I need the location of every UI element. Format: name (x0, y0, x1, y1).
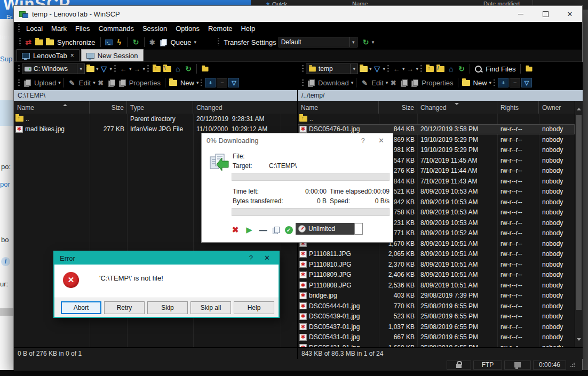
column-header-changed[interactable]: Changed (193, 101, 297, 114)
directory-tree-icon[interactable] (200, 63, 210, 74)
select-remove-button[interactable]: − (510, 78, 520, 87)
transfer-options-dropdown-icon[interactable]: ▾ (372, 39, 375, 45)
tab-new-session[interactable]: New Session (81, 49, 144, 61)
menu-options[interactable]: Options (171, 25, 204, 33)
local-path-bar[interactable]: C:\TEMP\ (14, 90, 297, 101)
refresh-icon[interactable]: ↻ (456, 63, 467, 74)
scroll-down-icon[interactable] (577, 338, 581, 343)
folder-pair-icon[interactable] (34, 37, 44, 47)
upload-icon[interactable] (22, 77, 33, 88)
queue-icon[interactable] (158, 37, 169, 47)
chevron-down-icon[interactable]: ▾ (351, 80, 354, 85)
home-directory-icon[interactable]: ⌂ (446, 63, 456, 74)
close-icon[interactable]: ✕ (264, 254, 270, 262)
edit-button[interactable]: Edit (77, 79, 92, 87)
help-icon[interactable]: ? (249, 254, 253, 262)
speed-limit-select[interactable]: Unlimited (296, 223, 363, 235)
filter-icon[interactable]: ▽ (99, 63, 109, 74)
selection-filter-button[interactable]: ▽ (521, 78, 532, 87)
error-button-retry[interactable]: Retry (104, 301, 145, 314)
open-directory-icon[interactable] (85, 63, 96, 74)
local-file-row[interactable]: ..Parent directory20/12/2019 9:28:31 AM (14, 114, 297, 124)
remote-path-bar[interactable]: /../temp/ (298, 90, 583, 101)
back-icon[interactable]: ← (118, 63, 129, 74)
close-button[interactable]: ✕ (558, 6, 582, 22)
transfer-options-icon[interactable]: ↻ (361, 37, 371, 47)
find-files-icon[interactable] (473, 63, 483, 74)
queue-dropdown-icon[interactable]: ▾ (194, 39, 197, 45)
remote-file-row[interactable]: DSC05444-01.jpg770 KB25/08/2019 6:55 PMr… (298, 301, 575, 311)
select-add-button[interactable]: + (498, 78, 508, 87)
transfer-settings-icon[interactable]: ✓ (283, 224, 295, 236)
preferences-gear-icon[interactable]: ✱ (147, 37, 158, 47)
chevron-down-icon[interactable]: ▾ (196, 80, 199, 85)
remote-file-row[interactable]: P1110809.JPG2,406 KB8/09/2019 10:51 AMrw… (298, 270, 575, 281)
error-button-skip-all[interactable]: Skip all (190, 301, 231, 314)
new-icon[interactable] (461, 77, 472, 88)
root-directory-icon[interactable]: \ (162, 63, 172, 74)
menu-commands[interactable]: Commands (94, 25, 138, 33)
refresh-icon[interactable]: ↻ (183, 63, 194, 74)
move-to-queue-icon[interactable] (270, 224, 282, 236)
forward-icon[interactable]: → (405, 63, 416, 74)
chevron-down-icon[interactable]: ▾ (383, 66, 386, 71)
selection-filter-button[interactable]: ▽ (228, 78, 239, 87)
home-directory-icon[interactable]: ⌂ (172, 63, 183, 74)
error-button-skip[interactable]: Skip (147, 301, 188, 314)
close-icon[interactable]: ✕ (378, 137, 384, 145)
select-remove-button[interactable]: − (217, 78, 227, 87)
error-button-help[interactable]: Help (234, 301, 274, 314)
column-header-name[interactable]: Name (14, 101, 90, 114)
tab-close-icon[interactable]: × (70, 52, 74, 59)
remote-file-row[interactable]: P1110808.JPG2,536 KB8/09/2019 10:51 AMrw… (298, 280, 575, 291)
menu-local[interactable]: Local (22, 25, 47, 33)
menu-mark[interactable]: Mark (47, 25, 71, 33)
properties-icon[interactable] (409, 77, 420, 88)
remote-file-row[interactable]: P1110811.JPG2,065 KB8/09/2019 10:51 AMrw… (298, 249, 575, 260)
delete-icon[interactable]: ✖ (96, 77, 106, 88)
new-icon[interactable] (168, 77, 179, 88)
protocol-cell[interactable]: FTP (473, 361, 502, 370)
remote-file-row[interactable]: DSC05421-01.jpg1,660 KB25/08/2019 6:55 P… (298, 342, 575, 347)
back-icon[interactable]: ← (391, 63, 402, 74)
remote-file-row[interactable]: DSC05431-01.jpg667 KB25/08/2019 6:55 PMr… (298, 332, 575, 343)
forward-icon[interactable]: → (132, 63, 142, 74)
session-log-cell[interactable] (504, 361, 531, 370)
find-files-button[interactable]: Find Files (483, 65, 518, 73)
menu-files[interactable]: Files (71, 25, 94, 33)
column-header-name[interactable]: Name (298, 101, 379, 114)
menu-session[interactable]: Session (138, 25, 171, 33)
new-button[interactable]: New (179, 79, 196, 87)
chevron-down-icon[interactable]: ▾ (143, 66, 146, 71)
cancel-transfer-icon[interactable]: ✖ (229, 224, 241, 236)
refresh-icon[interactable]: ↻ (131, 37, 141, 47)
root-directory-icon[interactable]: / (435, 63, 446, 74)
edit-icon[interactable]: ✎ (67, 77, 77, 88)
remote-scrollbar[interactable] (575, 101, 583, 347)
parent-directory-icon[interactable] (151, 63, 162, 74)
queue-label[interactable]: Queue (169, 38, 194, 46)
minimize-button[interactable] (508, 6, 533, 22)
chevron-down-icon[interactable]: ▾ (58, 80, 61, 85)
resize-grip[interactable] (570, 363, 575, 367)
delete-icon[interactable]: ✖ (388, 77, 399, 88)
scrollbar-thumb[interactable] (576, 115, 582, 310)
security-cell[interactable] (447, 361, 471, 370)
filter-icon[interactable]: ▽ (372, 63, 383, 74)
properties-button[interactable]: Properties (128, 79, 162, 87)
synchronize-label[interactable]: Synchronize (55, 38, 98, 46)
column-header-type[interactable]: Type (127, 101, 193, 114)
minimize-dialog-icon[interactable]: — (257, 224, 269, 236)
column-header-size[interactable]: Size (90, 101, 127, 114)
download-icon[interactable] (306, 77, 316, 88)
help-icon[interactable]: ? (361, 137, 365, 145)
open-directory-icon[interactable] (358, 63, 369, 74)
directory-tree-icon[interactable] (523, 63, 534, 74)
edit-icon[interactable]: ✎ (359, 77, 370, 88)
remote-file-row[interactable]: .. (298, 114, 575, 124)
column-header-rights[interactable]: Rights (497, 101, 539, 114)
command-icon[interactable]: ϟ (114, 37, 125, 47)
chevron-down-icon[interactable]: ▾ (416, 66, 419, 71)
remote-file-row[interactable]: bridge.jpg403 KB29/08/2019 7:39 PMrw-r--… (298, 291, 575, 301)
skip-file-icon[interactable]: ▶ (243, 224, 255, 236)
